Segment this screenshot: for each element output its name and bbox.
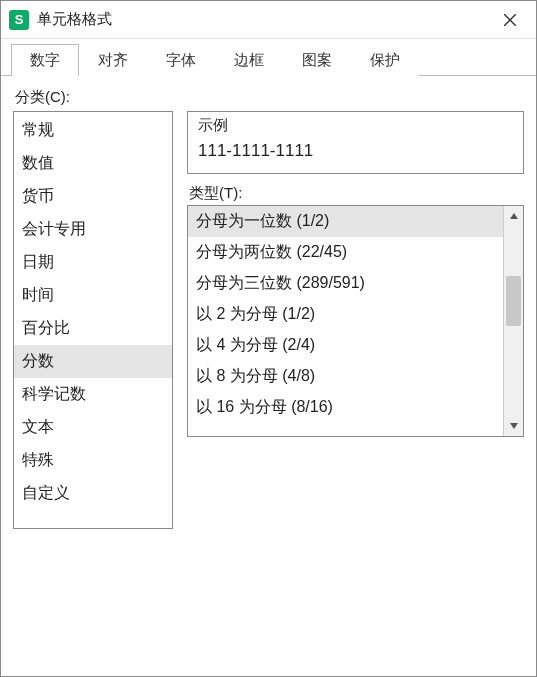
tab-bar: 数字 对齐 字体 边框 图案 保护: [1, 39, 536, 76]
category-item-currency[interactable]: 货币: [14, 180, 172, 213]
example-label: 示例: [196, 112, 515, 139]
type-list: 分母为一位数 (1/2) 分母为两位数 (22/45) 分母为三位数 (289/…: [187, 205, 524, 437]
dialog-body: 分类(C): 常规 数值 货币 会计专用 日期 时间 百分比 分数 科学记数 文…: [1, 76, 536, 676]
category-item-general[interactable]: 常规: [14, 114, 172, 147]
scroll-up-icon[interactable]: [504, 206, 523, 226]
tab-font[interactable]: 字体: [147, 44, 215, 76]
scroll-down-icon[interactable]: [504, 416, 523, 436]
titlebar: S 单元格格式: [1, 1, 536, 39]
scroll-track[interactable]: [504, 226, 523, 416]
scroll-thumb[interactable]: [506, 276, 521, 326]
category-item-special[interactable]: 特殊: [14, 444, 172, 477]
category-item-fraction[interactable]: 分数: [14, 345, 172, 378]
category-item-time[interactable]: 时间: [14, 279, 172, 312]
close-button[interactable]: [490, 5, 530, 35]
example-box: 示例 111-1111-1111: [187, 111, 524, 174]
type-list-inner[interactable]: 分母为一位数 (1/2) 分母为两位数 (22/45) 分母为三位数 (289/…: [188, 206, 503, 436]
category-label: 分类(C):: [15, 88, 524, 107]
close-icon: [504, 14, 516, 26]
type-item[interactable]: 以 8 为分母 (4/8): [188, 361, 503, 392]
type-scrollbar[interactable]: [503, 206, 523, 436]
type-item[interactable]: 以 16 为分母 (8/16): [188, 392, 503, 423]
app-icon: S: [9, 10, 29, 30]
category-item-accounting[interactable]: 会计专用: [14, 213, 172, 246]
svg-marker-2: [510, 213, 518, 219]
tab-border[interactable]: 边框: [215, 44, 283, 76]
tab-alignment[interactable]: 对齐: [79, 44, 147, 76]
cell-format-dialog: S 单元格格式 数字 对齐 字体 边框 图案 保护 分类(C): 常规 数值 货…: [0, 0, 537, 677]
type-item[interactable]: 分母为一位数 (1/2): [188, 206, 503, 237]
category-item-date[interactable]: 日期: [14, 246, 172, 279]
example-value: 111-1111-1111: [196, 139, 515, 163]
type-item[interactable]: 分母为两位数 (22/45): [188, 237, 503, 268]
category-item-percentage[interactable]: 百分比: [14, 312, 172, 345]
category-item-number[interactable]: 数值: [14, 147, 172, 180]
tab-pattern[interactable]: 图案: [283, 44, 351, 76]
type-label: 类型(T):: [189, 184, 524, 203]
tab-protection[interactable]: 保护: [351, 44, 419, 76]
type-item[interactable]: 以 4 为分母 (2/4): [188, 330, 503, 361]
main-row: 常规 数值 货币 会计专用 日期 时间 百分比 分数 科学记数 文本 特殊 自定…: [13, 111, 524, 664]
dialog-title: 单元格格式: [37, 10, 490, 29]
category-list[interactable]: 常规 数值 货币 会计专用 日期 时间 百分比 分数 科学记数 文本 特殊 自定…: [13, 111, 173, 529]
category-item-scientific[interactable]: 科学记数: [14, 378, 172, 411]
tab-number[interactable]: 数字: [11, 44, 79, 76]
type-item[interactable]: 以 2 为分母 (1/2): [188, 299, 503, 330]
type-item[interactable]: 分母为三位数 (289/591): [188, 268, 503, 299]
category-item-custom[interactable]: 自定义: [14, 477, 172, 510]
right-pane: 示例 111-1111-1111 类型(T): 分母为一位数 (1/2) 分母为…: [187, 111, 524, 437]
svg-marker-3: [510, 423, 518, 429]
category-item-text[interactable]: 文本: [14, 411, 172, 444]
